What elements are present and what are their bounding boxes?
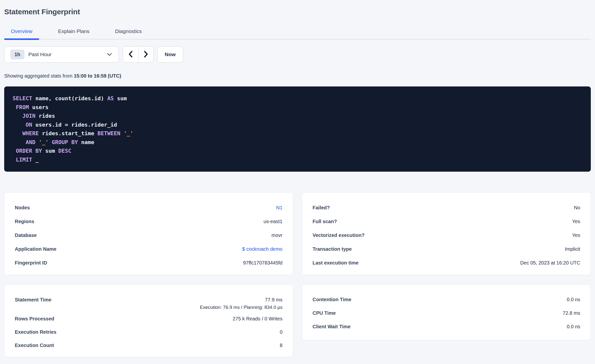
table-row: Transaction type Implicit: [313, 242, 580, 256]
time-range-dropdown[interactable]: 1h Past Hour: [4, 46, 119, 63]
table-row: Vectorized execution? Yes: [313, 228, 580, 242]
row-value: Yes: [572, 219, 580, 224]
sql-code: SELECT name, count(rides.id) AS sum FROM…: [13, 94, 582, 164]
row-value: 0.0 ns: [567, 297, 580, 302]
row-label: Statement Time: [15, 297, 52, 303]
table-row: CPU Time 72.8 ms: [313, 306, 580, 320]
sql-statement-box: SELECT name, count(rides.id) AS sum FROM…: [4, 86, 591, 172]
row-value: us-east1: [263, 219, 282, 224]
row-label: Failed?: [313, 205, 330, 211]
stats-cards: Statement Time 77.9 ms Execution: 76.9 m…: [4, 284, 591, 357]
row-label: Application Name: [15, 246, 56, 252]
row-label: Execution Retries: [15, 329, 56, 335]
caption-prefix: Showing aggregated stats from: [4, 73, 74, 79]
row-label: Rows Processed: [15, 316, 54, 322]
row-label: Last execution time: [313, 260, 359, 266]
row-label: Fingerprint ID: [15, 260, 47, 266]
table-row: Regions us-east1: [15, 215, 282, 228]
prev-time-button[interactable]: [123, 47, 138, 62]
row-value: Implicit: [565, 246, 580, 252]
chevron-right-icon: [143, 50, 149, 59]
row-value: 72.8 ms: [563, 310, 580, 316]
statement-time-value: 77.9 ms: [265, 297, 282, 303]
time-range-label: Past Hour: [28, 51, 51, 57]
table-row: Client Wait Time 0.0 ns: [313, 320, 580, 333]
table-row: Execution Retries 0: [15, 325, 282, 339]
row-value: No: [574, 205, 580, 211]
table-row: Failed? No: [313, 201, 580, 215]
table-row: Nodes N1: [15, 201, 282, 215]
table-row: Full scan? Yes: [313, 215, 580, 228]
execution-attributes-card: Failed? No Full scan? Yes Vectorized exe…: [302, 192, 591, 275]
row-value: 0: [280, 329, 282, 335]
statement-time-breakdown: Execution: 76.9 ms / Planning: 834.0 µs: [15, 305, 282, 312]
application-name-link[interactable]: $ cockroach demo: [242, 246, 282, 252]
table-row: Last execution time Dec 05, 2023 at 16:2…: [313, 256, 580, 270]
row-label: Nodes: [15, 205, 30, 211]
table-row: Rows Processed 275 k Reads / 0 Writes: [15, 312, 282, 325]
aggregated-stats-caption: Showing aggregated stats from 15:00 to 1…: [4, 73, 591, 79]
table-row: Fingerprint ID 97ffc170783445fd: [15, 256, 282, 270]
row-value: movr: [272, 232, 282, 238]
now-button[interactable]: Now: [157, 46, 183, 63]
tab-diagnostics[interactable]: Diagnostics: [108, 28, 149, 39]
table-row: Contention Time 0.0 ns: [313, 293, 580, 306]
chevron-left-icon: [128, 50, 133, 59]
row-value: 275 k Reads / 0 Writes: [233, 316, 282, 322]
time-controls: 1h Past Hour Now: [4, 46, 591, 63]
row-value: 0.0 ns: [567, 324, 580, 330]
next-time-button[interactable]: [138, 47, 154, 62]
last-execution-time-value: Dec 05, 2023 at 16:20 UTC: [520, 260, 580, 266]
tab-overview[interactable]: Overview: [4, 28, 39, 39]
fingerprint-id-value: 97ffc170783445fd: [243, 260, 282, 266]
row-label: Vectorized execution?: [313, 232, 365, 238]
row-label: Database: [15, 232, 37, 238]
row-label: Execution Count: [15, 343, 54, 348]
row-label: Regions: [15, 219, 34, 224]
time-arrow-group: [123, 46, 154, 63]
page-title: Statement Fingerprint: [4, 7, 591, 17]
row-value: Yes: [572, 232, 580, 238]
caption-time-range: 15:00 to 16:59 (UTC): [74, 73, 121, 79]
statement-time-card: Statement Time 77.9 ms Execution: 76.9 m…: [4, 284, 293, 357]
statement-fingerprint-page: Statement Fingerprint Overview Explain P…: [0, 7, 595, 364]
table-row: Execution Count 8: [15, 339, 282, 352]
row-label: Full scan?: [313, 219, 337, 224]
table-row: Application Name $ cockroach demo: [15, 242, 282, 256]
tab-explain-plans[interactable]: Explain Plans: [52, 28, 96, 39]
row-label: Client Wait Time: [313, 324, 350, 330]
table-row: Database movr: [15, 228, 282, 242]
tabbar: Overview Explain Plans Diagnostics: [4, 28, 591, 39]
statement-details-card: Nodes N1 Regions us-east1 Database movr …: [4, 192, 293, 275]
row-label: CPU Time: [313, 310, 336, 316]
overview-cards: Nodes N1 Regions us-east1 Database movr …: [4, 192, 591, 275]
row-label: Transaction type: [313, 246, 352, 252]
time-stats-card: Contention Time 0.0 ns CPU Time 72.8 ms …: [302, 284, 591, 340]
duration-badge: 1h: [10, 50, 24, 59]
nodes-link[interactable]: N1: [276, 205, 282, 211]
chevron-down-icon: [107, 53, 112, 56]
row-value: 8: [280, 343, 282, 348]
row-label: Contention Time: [313, 297, 351, 302]
